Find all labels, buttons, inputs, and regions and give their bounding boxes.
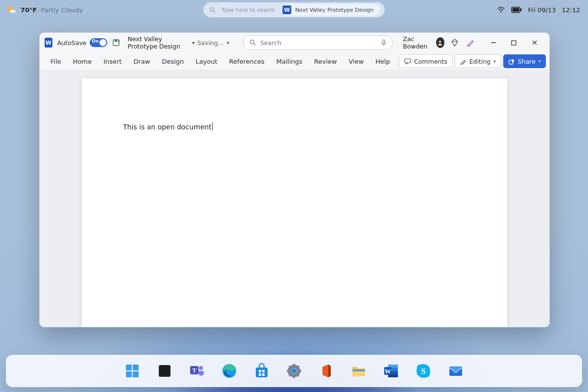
- ribbon-tab-insert[interactable]: Insert: [98, 56, 126, 67]
- title-search-placeholder: Search: [260, 39, 281, 47]
- document-status: Saving...: [197, 39, 223, 47]
- autosave-label: AutoSave: [57, 39, 87, 47]
- taskbar-office[interactable]: [317, 361, 336, 381]
- close-button[interactable]: [525, 36, 544, 49]
- diamond-icon[interactable]: [449, 36, 460, 49]
- svg-rect-40: [259, 373, 261, 376]
- user-name: Zac Bowden: [403, 35, 432, 50]
- ribbon-tab-review[interactable]: Review: [309, 56, 342, 67]
- title-separator: •: [192, 39, 195, 47]
- taskbar-skype[interactable]: S: [414, 361, 433, 381]
- search-icon: [249, 39, 256, 46]
- autosave-on-label: On: [92, 39, 99, 44]
- teams-icon: T: [189, 363, 205, 379]
- ribbon-tab-design[interactable]: Design: [157, 56, 189, 67]
- document-title: Next Valley Prototype Design: [128, 35, 190, 50]
- svg-rect-9: [115, 40, 117, 42]
- taskbar-file-explorer[interactable]: [349, 361, 368, 381]
- svg-rect-27: [133, 371, 139, 377]
- svg-rect-7: [521, 8, 522, 11]
- word-icon: W: [383, 363, 399, 379]
- share-button[interactable]: Share ▾: [503, 54, 546, 68]
- mail-icon: [447, 363, 464, 379]
- svg-point-53: [292, 368, 296, 373]
- svg-text:W: W: [385, 368, 391, 375]
- svg-rect-25: [133, 365, 139, 370]
- pen-icon[interactable]: [465, 36, 476, 49]
- ribbon-tab-file[interactable]: File: [46, 56, 66, 67]
- comments-button[interactable]: Comments: [399, 54, 453, 68]
- ribbon-tab-references[interactable]: References: [224, 56, 270, 67]
- battery-icon[interactable]: [511, 6, 522, 13]
- ribbon-tab-view[interactable]: View: [343, 56, 368, 67]
- user-account[interactable]: Zac Bowden: [403, 35, 444, 50]
- editing-label: Editing: [469, 58, 491, 65]
- store-icon: [253, 363, 270, 379]
- ribbon-tab-layout[interactable]: Layout: [191, 56, 222, 67]
- word-app-icon: W: [45, 38, 52, 48]
- svg-point-1: [10, 10, 16, 13]
- taskbar-store[interactable]: [252, 361, 271, 381]
- ribbon-collapse-button[interactable]: [548, 55, 550, 68]
- taskbar: T: [6, 355, 582, 387]
- document-body-text[interactable]: This is an open document: [123, 123, 212, 131]
- taskbar-settings[interactable]: [284, 361, 304, 381]
- taskbar-task-view[interactable]: [155, 361, 174, 381]
- taskbar-edge[interactable]: [220, 361, 239, 381]
- svg-line-3: [214, 11, 215, 12]
- svg-rect-39: [262, 370, 265, 372]
- svg-rect-18: [512, 41, 516, 45]
- word-badge-icon: W: [283, 5, 292, 14]
- ribbon-tab-draw[interactable]: Draw: [128, 56, 155, 67]
- ribbon: File Home Insert Draw Design Layout Refe…: [40, 52, 549, 71]
- system-search-placeholder: Type here to search: [221, 7, 274, 13]
- svg-rect-24: [126, 365, 132, 370]
- pencil-icon: [460, 58, 466, 65]
- weather-icon: [7, 5, 17, 15]
- svg-point-15: [439, 41, 441, 43]
- document-title-group[interactable]: Next Valley Prototype Design • Saving...…: [128, 35, 230, 50]
- system-tray: Fri 09/13 12:12: [497, 6, 580, 14]
- svg-point-35: [199, 366, 203, 370]
- svg-rect-37: [256, 368, 268, 377]
- svg-rect-38: [259, 370, 261, 372]
- active-task-label: Next Valley Prototype Design: [295, 7, 374, 13]
- share-label: Share: [518, 58, 536, 65]
- ribbon-tab-mailings[interactable]: Mailings: [271, 56, 307, 67]
- system-search[interactable]: Type here to search W Next Valley Protot…: [203, 2, 385, 18]
- ribbon-tab-home[interactable]: Home: [68, 56, 97, 67]
- microphone-icon[interactable]: [381, 39, 387, 46]
- save-button[interactable]: [112, 38, 120, 47]
- edge-icon: [221, 363, 238, 379]
- search-icon: [209, 7, 216, 13]
- text-cursor: [212, 122, 213, 130]
- start-icon: [124, 363, 141, 379]
- word-window: W AutoSave On Next Valley Prototype Desi…: [39, 32, 550, 327]
- weather-temp: 70°F: [21, 6, 37, 14]
- taskbar-start[interactable]: [122, 361, 142, 381]
- task-view-icon: [156, 363, 173, 379]
- file-explorer-icon: [350, 363, 367, 379]
- comments-label: Comments: [414, 58, 447, 65]
- minimize-button[interactable]: [484, 36, 503, 49]
- chevron-down-icon: ▾: [227, 40, 230, 46]
- maximize-button[interactable]: [504, 36, 524, 49]
- document-page[interactable]: This is an open document: [82, 78, 507, 327]
- title-search[interactable]: Search: [243, 35, 393, 50]
- weather-widget[interactable]: 70°F Partly Cloudy: [0, 5, 83, 15]
- autosave-control[interactable]: AutoSave On: [57, 38, 107, 47]
- editing-dropdown[interactable]: Editing ▾: [455, 54, 501, 68]
- taskbar-mail[interactable]: [446, 361, 466, 381]
- autosave-toggle[interactable]: On: [90, 38, 107, 47]
- svg-rect-32: [160, 366, 170, 376]
- taskbar-word[interactable]: W: [381, 361, 401, 381]
- system-time[interactable]: 12:12: [562, 6, 580, 14]
- wifi-icon[interactable]: [497, 6, 505, 14]
- system-active-task-pill[interactable]: W Next Valley Prototype Design: [281, 4, 381, 16]
- taskbar-teams[interactable]: T: [187, 361, 207, 381]
- share-icon: [509, 58, 515, 65]
- comment-icon: [404, 58, 411, 65]
- document-canvas[interactable]: This is an open document: [40, 71, 549, 327]
- ribbon-tab-help[interactable]: Help: [370, 56, 395, 67]
- system-date[interactable]: Fri 09/13: [528, 6, 556, 14]
